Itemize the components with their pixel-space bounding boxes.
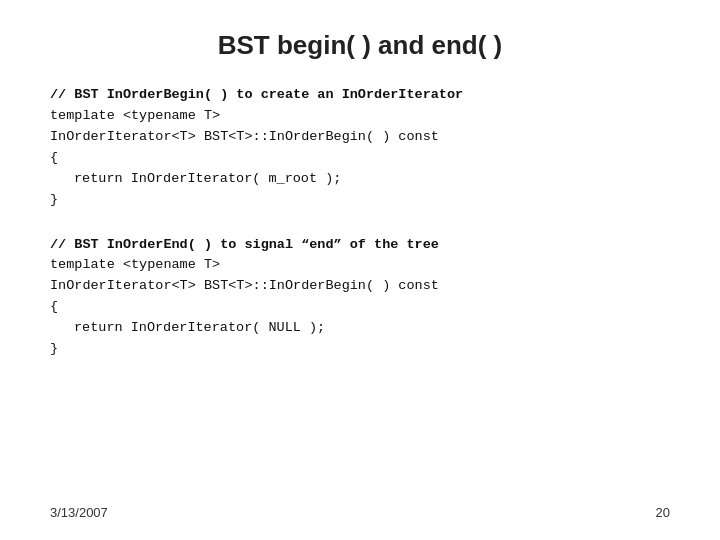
code-section-1: // BST InOrderBegin( ) to create an InOr… [50, 85, 670, 211]
comment-1: // BST InOrderBegin( ) to create an InOr… [50, 85, 670, 106]
footer: 3/13/2007 20 [50, 505, 670, 520]
slide: BST begin( ) and end( ) // BST InOrderBe… [0, 0, 720, 540]
footer-date: 3/13/2007 [50, 505, 108, 520]
code-line-2-2: InOrderIterator<T> BST<T>::InOrderBegin(… [50, 276, 670, 297]
comment-2: // BST InOrderEnd( ) to signal “end” of … [50, 235, 670, 256]
code-line-1-4: return InOrderIterator( m_root ); [50, 169, 670, 190]
slide-title: BST begin( ) and end( ) [50, 30, 670, 61]
code-line-2-3: { [50, 297, 670, 318]
code-line-1-3: { [50, 148, 670, 169]
code-line-2-5: } [50, 339, 670, 360]
code-section-2: // BST InOrderEnd( ) to signal “end” of … [50, 235, 670, 361]
code-line-1-5: } [50, 190, 670, 211]
code-line-2-1: template <typename T> [50, 255, 670, 276]
footer-page: 20 [656, 505, 670, 520]
code-line-2-4: return InOrderIterator( NULL ); [50, 318, 670, 339]
code-line-1-2: InOrderIterator<T> BST<T>::InOrderBegin(… [50, 127, 670, 148]
code-line-1-1: template <typename T> [50, 106, 670, 127]
